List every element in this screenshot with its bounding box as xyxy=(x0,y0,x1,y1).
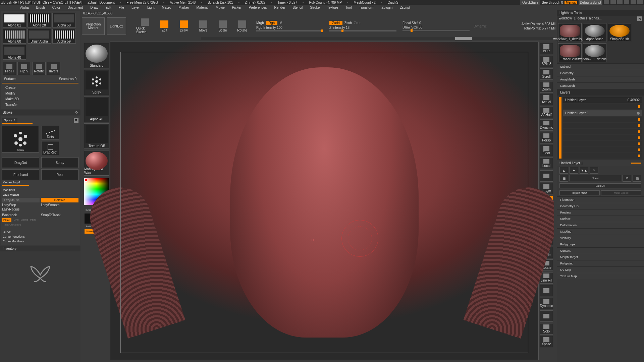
stroke-slot-spray[interactable]: Spray xyxy=(84,70,109,95)
Solo-button[interactable]: Solo xyxy=(540,323,553,335)
section-surface[interactable]: Surface xyxy=(557,216,644,222)
mode-plane[interactable]: Plane xyxy=(2,218,11,222)
relative-toggle[interactable]: Relative xyxy=(41,198,78,202)
Xpose-button[interactable]: Xpose xyxy=(540,336,553,347)
color-selector[interactable] xyxy=(85,179,87,182)
default-zscript[interactable]: DefaultZScript xyxy=(579,0,602,5)
view-button[interactable] xyxy=(540,310,553,322)
menu-transform[interactable]: Transform xyxy=(359,6,374,9)
mrgb-toggle[interactable]: Mrgb xyxy=(256,21,264,25)
material-slot[interactable]: MatCap Red Wax xyxy=(84,150,109,176)
alpha-slot[interactable]: Alpha 01 xyxy=(3,13,26,27)
menu-zplugin[interactable]: Zplugin xyxy=(382,6,393,9)
Zoom-button[interactable]: Zoom xyxy=(540,81,553,93)
menu-modify[interactable]: Modify xyxy=(2,90,78,96)
window-icon[interactable] xyxy=(604,0,609,4)
Dynamic-button[interactable]: Dynamic xyxy=(540,119,553,131)
SPix 3-button[interactable]: SPix 3 xyxy=(540,56,553,67)
section-fibermesh[interactable]: FiberMesh xyxy=(557,196,644,203)
section-contact[interactable]: Contact xyxy=(557,247,644,254)
replay-button[interactable]: R xyxy=(74,118,78,123)
section-visibility[interactable]: Visibility xyxy=(557,235,644,241)
menu-document[interactable]: Document xyxy=(68,6,83,9)
refresh-icon[interactable]: ⟳ xyxy=(75,111,78,114)
menus-toggle[interactable]: Menus xyxy=(565,1,577,4)
flip-v-button[interactable]: Flip V xyxy=(17,62,31,75)
draw-size-slider[interactable]: Draw Size 56 xyxy=(402,25,422,29)
section-subtool[interactable]: SubTool xyxy=(557,63,644,70)
modifiers-header[interactable]: Modifiers xyxy=(2,188,78,192)
mode-path[interactable]: Path xyxy=(30,218,36,222)
section-uv-map[interactable]: UV Map xyxy=(557,266,644,273)
menu-light[interactable]: Light xyxy=(147,6,155,9)
layer-intensity-slider[interactable] xyxy=(631,163,641,164)
alpha-slot[interactable]: Alpha 58 xyxy=(52,13,76,27)
inventory-header[interactable]: Inventory xyxy=(0,246,80,251)
section-texture-map[interactable]: Texture Map xyxy=(557,273,644,279)
lightbox-tools-header[interactable]: Lightbox› Tools xyxy=(557,10,644,16)
Floor-button[interactable]: Floor xyxy=(540,145,553,156)
projection-master-button[interactable]: Projection Master xyxy=(82,17,105,35)
stroke-name[interactable]: Spray_4 xyxy=(2,118,17,123)
rgb-toggle[interactable]: Rgb xyxy=(266,21,277,25)
stroke-dots[interactable]: Dots xyxy=(42,126,59,140)
curve-section[interactable]: Curve xyxy=(2,230,78,234)
stroke-rect[interactable]: Rect xyxy=(41,169,78,180)
mode-spline[interactable]: Spline xyxy=(21,218,28,222)
menu-picker[interactable]: Picker xyxy=(232,6,241,9)
layer-merge-button[interactable]: ▤ xyxy=(633,175,641,182)
menu-edit[interactable]: Edit xyxy=(106,6,111,9)
zcut-toggle[interactable]: Zcut xyxy=(354,21,360,25)
mdd-speed-slider[interactable]: MDD Speed xyxy=(601,190,641,195)
menu-transfer[interactable]: Transfer xyxy=(2,102,78,108)
m-toggle[interactable]: M xyxy=(279,21,282,25)
menu-macro[interactable]: Macro xyxy=(162,6,171,9)
quicksketch-button[interactable]: Quick Sketch xyxy=(136,17,154,35)
section-morph-target[interactable]: Morph Target xyxy=(557,254,644,260)
surface-label[interactable]: Surface xyxy=(4,77,15,81)
view-button[interactable] xyxy=(540,170,553,182)
layer-btn[interactable]: ▦ xyxy=(559,175,568,182)
scrub-handle[interactable] xyxy=(455,37,472,40)
section-deformation[interactable]: Deformation xyxy=(557,222,644,228)
section-nanomesh[interactable]: NanoMesh xyxy=(557,82,644,89)
rgb-intensity-slider[interactable]: Rgb Intensity 100 xyxy=(256,26,282,29)
rotate-mode-button[interactable]: Rotate xyxy=(233,17,251,35)
menu-alpha[interactable]: Alpha xyxy=(20,6,29,9)
Actual-button[interactable]: Actual xyxy=(540,94,553,105)
layers-section[interactable]: Layers xyxy=(557,89,644,96)
rotate-button[interactable]: Rotate xyxy=(32,62,46,75)
Persp-button[interactable]: Persp xyxy=(540,132,553,143)
brush-slot-standard[interactable]: Standard xyxy=(84,43,109,68)
stroke-spray2[interactable]: Spray xyxy=(41,157,78,168)
layer-down-button[interactable]: ▼▲ xyxy=(580,167,588,174)
stroke-dragdot[interactable]: DragDot xyxy=(2,157,39,168)
menu-stroke[interactable]: Stroke xyxy=(310,6,320,9)
alpha-slot[interactable]: Alpha 40 xyxy=(3,45,26,60)
layer-up-button[interactable]: ▲ xyxy=(559,167,568,174)
rgb-intensity-bar[interactable] xyxy=(256,30,323,32)
AAHalf-button[interactable]: AAHalf xyxy=(540,107,553,118)
alpha-slot[interactable]: Alpha 28 xyxy=(28,13,51,27)
Scroll-button[interactable]: Scroll xyxy=(540,68,553,80)
menu-marker[interactable]: Marker xyxy=(178,6,189,9)
alpha-slot[interactable]: Alpha 60 xyxy=(3,29,26,44)
seethrough[interactable]: See-through 0 xyxy=(542,1,563,4)
lightbox-button[interactable]: LightBox xyxy=(107,17,126,35)
curve-modifiers-section[interactable]: Curve Modifiers xyxy=(2,239,78,244)
layer-del-button[interactable]: ✕ xyxy=(590,167,598,174)
alpha-slot[interactable]: Alpha 59 xyxy=(52,29,76,44)
lazymouse-toggle[interactable]: LazyMouse xyxy=(2,198,40,202)
draw-size-bar[interactable] xyxy=(402,30,470,31)
section-geometry[interactable]: Geometry xyxy=(557,70,644,76)
seamless-slider[interactable]: Seamless 0 xyxy=(59,77,76,81)
menu-render[interactable]: Render xyxy=(274,6,285,9)
focal-shift-slider[interactable]: Focal Shift 0 xyxy=(402,21,421,25)
r-button[interactable]: R xyxy=(637,16,642,21)
tool-cell[interactable]: AlphaBrush xyxy=(583,23,606,42)
mode-line[interactable]: Line xyxy=(13,218,18,222)
quicksave-button[interactable]: QuickSave xyxy=(520,0,540,5)
timeline-scrub[interactable] xyxy=(201,37,554,40)
menu-brush[interactable]: Brush xyxy=(36,6,45,9)
tool-cell[interactable]: workflow_1_details_... xyxy=(558,23,582,42)
